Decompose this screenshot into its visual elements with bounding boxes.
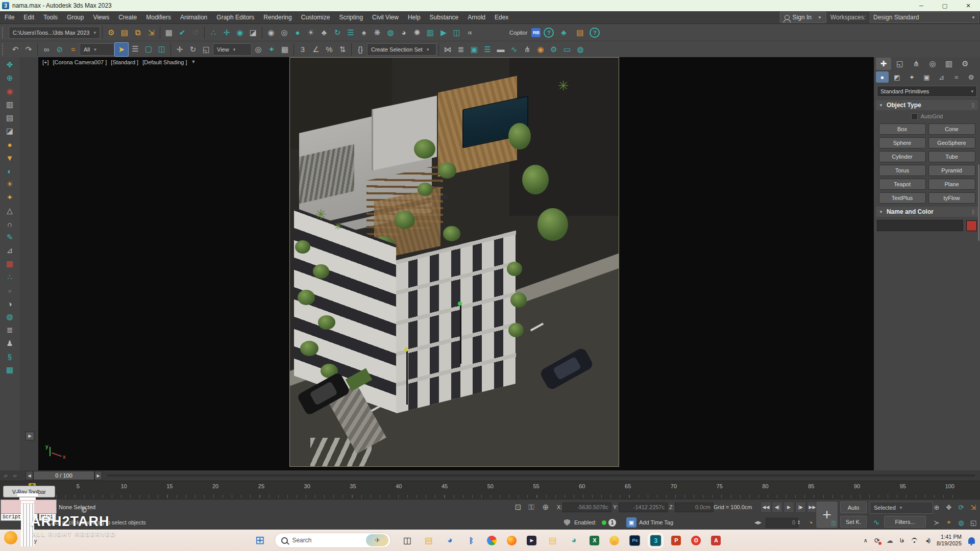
object-name-field[interactable] [877,220,963,231]
folder-icon[interactable]: ▤ [547,535,558,546]
selection-set-dropdown[interactable]: Create Selection Set [367,43,436,56]
menu-arnold[interactable]: Arnold [463,14,490,21]
vray-camera-icon[interactable]: ◉ [2,85,17,98]
notification-count-badge[interactable]: 1 [608,519,616,527]
time-slider-handle[interactable]: 0 / 100 [33,471,94,480]
go-to-start-button[interactable]: ◀◀ [761,502,771,513]
toolbar-grip[interactable] [2,27,7,38]
tab-hierarchy[interactable]: ⋔ [909,58,924,70]
taskbar-clock[interactable]: 1:41 PM 8/19/2025 [937,534,962,547]
cylinder-button[interactable]: Cylinder [879,151,926,162]
select-rotate-icon[interactable]: ↻ [186,43,200,56]
primitive-category-dropdown[interactable]: Standard Primitives [877,86,977,97]
vray-person-icon[interactable]: ♟ [2,337,17,350]
use-pivot-center-icon[interactable]: ◎ [252,43,265,56]
rect-region-icon[interactable]: ▢ [142,42,155,56]
volume-icon[interactable]: ◂)) [925,538,930,543]
edit-named-sets-icon[interactable]: {} [354,43,367,56]
viewport-menu-general[interactable]: [+] [42,59,49,65]
undo-icon[interactable]: ↶ [9,43,22,56]
teapot-button[interactable]: Teapot [879,179,926,190]
tray-chevron-icon[interactable]: ∧ [864,537,868,544]
time-tag-cube-icon[interactable]: ▣ [626,517,636,528]
toolbar-flyout-button[interactable]: ▶ [26,432,34,440]
spinner-snap-icon[interactable]: ⇅ [336,43,349,56]
cat-geometry[interactable]: ● [876,71,889,83]
track-bar-ruler[interactable]: 0510152025303540455055606570758085909510… [0,481,980,499]
menu-edit[interactable]: Edit [19,14,39,21]
placement-tool-icon[interactable]: ✛ [220,26,233,39]
cat-helpers[interactable]: ⊿ [935,71,948,83]
corona-help-icon[interactable]: ? [590,28,600,38]
bind-spacewarp-icon[interactable]: ≈ [66,43,80,56]
tab-utilities[interactable]: ⚙ [958,58,973,70]
rb-badge-icon[interactable]: RB [531,28,541,37]
scripting-listener[interactable]: Scripting [1,513,38,521]
play-button[interactable]: ▶ [783,502,794,513]
current-frame-field[interactable]: 0 [766,518,798,528]
menu-create[interactable]: Create [114,14,141,21]
macro-recorder-pane[interactable] [1,499,57,514]
sun-light-icon[interactable]: ☀ [304,26,317,39]
menu-customize[interactable]: Customize [297,14,335,21]
angle-snap-icon[interactable]: ∠ [309,43,323,56]
vray-layers-icon[interactable]: ≣ [2,323,17,337]
key-filters-button[interactable]: Filters... [884,516,926,528]
curve-editor-icon[interactable]: ∿ [507,43,521,56]
forest-pack-icon[interactable]: ♣ [557,26,570,39]
cat-cameras[interactable]: ▣ [920,71,933,83]
menu-modifiers[interactable]: Modifiers [141,14,176,21]
opera-icon[interactable]: O [691,536,701,545]
project-path-dropdown[interactable]: C:\Users\Toos...\3ds Max 2023 [9,27,100,39]
dolly-icon[interactable]: ⇲ [967,502,979,513]
tyflow-button[interactable]: tyFlow [928,192,975,204]
time-slider[interactable]: ▱▱ ◀ 0 / 100 ▶ [0,470,980,481]
chrome-canary-icon[interactable] [609,536,619,545]
reference-coordsys-dropdown[interactable]: View [213,43,252,56]
tab-create[interactable]: ✚ [876,58,891,70]
select-link-icon[interactable]: ∞ [40,43,53,56]
torus-button[interactable]: Torus [879,165,926,176]
autosave-check-icon[interactable]: ✔ [176,26,189,39]
menu-edex[interactable]: Edex [490,14,513,21]
select-scale-icon[interactable]: ◱ [200,43,213,56]
vray-film-icon[interactable]: ▤ [2,111,17,124]
set-key-mode-button[interactable]: Set K. [840,516,867,528]
frame-step-icons[interactable]: ◀▶ [754,520,762,525]
align-icon[interactable]: ≣ [454,43,468,56]
vray-zoom-icon[interactable]: ⊕ [2,71,17,85]
forest-doc-icon[interactable]: ♠ [357,26,371,39]
language-indicator[interactable]: فا [900,537,904,544]
export-scene-icon[interactable]: ⇲ [144,26,158,39]
vray-helix-icon[interactable]: § [2,350,17,363]
save-file-icon[interactable]: ▦ [162,26,176,39]
set-keys-button[interactable]: + [816,501,838,529]
unlink-icon[interactable]: ⊘ [53,43,66,56]
minimize-button[interactable]: ─ [910,0,933,11]
menu-help[interactable]: Help [403,14,425,21]
link-scene-icon[interactable]: ⧉ [131,26,144,39]
textplus-button[interactable]: TextPlus [879,192,926,204]
absolute-offset-icon[interactable]: ⊕ [539,500,552,514]
viewport-menu-shading[interactable]: [Default Shading ] [142,59,187,65]
object-color-swatch[interactable] [966,220,977,231]
mask-egg-icon[interactable]: ◕ [397,26,410,39]
vray-grid2-icon[interactable]: ▦ [2,363,17,377]
vray-ball-icon[interactable]: ◍ [2,310,17,323]
onedrive-icon[interactable]: ☁ [887,537,893,544]
play-next-key-button[interactable]: |▶ [795,502,806,513]
circle-saw-icon[interactable]: ❋ [371,26,384,39]
vray-monitor-icon[interactable]: ▥ [2,98,17,111]
cat-lights[interactable]: ✦ [905,71,918,83]
vray-drops-icon[interactable]: ∴ [2,270,17,284]
select-by-name-icon[interactable]: ☰ [129,42,142,56]
notification-bell-icon[interactable] [968,537,975,544]
autodesk-icon[interactable]: A [711,536,721,545]
chrome-icon[interactable] [487,536,497,545]
window-crossing-icon[interactable]: ◫ [155,42,168,56]
select-manipulate-icon[interactable]: ✦ [265,43,278,56]
key-filters-curve-icon[interactable]: ∿ [870,516,883,529]
video-monitor-icon[interactable]: ▶ [437,26,450,39]
layer-manager-icon[interactable]: ▣ [468,43,481,56]
auto-key-button[interactable]: Auto [840,502,867,513]
